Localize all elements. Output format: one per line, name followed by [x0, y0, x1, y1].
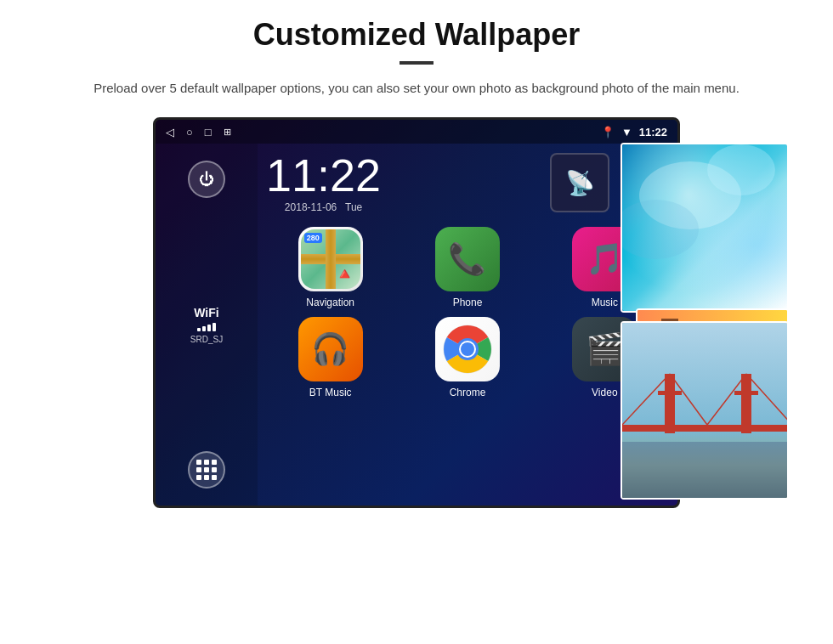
music-label: Music — [592, 297, 618, 308]
power-button[interactable]: ⏻ — [188, 161, 225, 198]
svg-point-5 — [707, 144, 775, 195]
grid-dot — [212, 467, 217, 472]
grid-dot — [196, 475, 201, 480]
grid-dot — [212, 475, 217, 480]
svg-rect-17 — [734, 391, 758, 395]
wallpaper-stack: CarSetting — [619, 143, 789, 500]
video-label: Video — [592, 387, 617, 398]
svg-rect-16 — [658, 391, 682, 395]
ice-cave-bg — [622, 144, 787, 311]
grid-dot — [204, 460, 209, 465]
bridge-scene-bg — [622, 323, 787, 498]
screen-content: ⏻ WiFi SRD_SJ — [156, 144, 677, 506]
page-subtitle: Preload over 5 default wallpaper options… — [94, 78, 740, 99]
navigation-label: Navigation — [306, 297, 354, 308]
recents-icon[interactable]: □ — [205, 126, 212, 138]
wifi-ssid: SRD_SJ — [190, 335, 223, 344]
status-bar-right: 📍 ▼ 11:22 — [601, 126, 667, 138]
car-setting-label: CarSetting — [620, 503, 789, 518]
wallpaper-bridge — [620, 321, 789, 500]
status-bar: ◁ ○ □ ⊞ 📍 ▼ 11:22 — [156, 120, 677, 144]
signal-icon: ▼ — [621, 126, 632, 138]
bt-music-label: BT Music — [309, 387, 352, 398]
list-item[interactable]: 🎧 BT Music — [266, 317, 394, 398]
phone-icon: 📞 — [448, 241, 486, 277]
wifi-label: WiFi — [190, 306, 223, 319]
apps-grid-button[interactable] — [188, 451, 225, 489]
wifi-bars — [190, 323, 223, 331]
status-bar-left: ◁ ○ □ ⊞ — [166, 126, 231, 138]
home-icon[interactable]: ○ — [186, 126, 193, 138]
clock-time: 11:22 — [266, 152, 381, 198]
nav-badge: 280 — [304, 233, 322, 243]
wallpaper-ice — [620, 143, 789, 313]
phone-label: Phone — [453, 297, 483, 308]
list-item[interactable]: 📞 Phone — [403, 227, 531, 308]
clock-date: 2018-11-06 Tue — [266, 201, 381, 213]
grid-dots — [196, 460, 217, 480]
wifi-bar-1 — [197, 328, 201, 331]
svg-point-3 — [461, 342, 474, 356]
grid-dot — [204, 467, 209, 472]
svg-rect-12 — [622, 442, 787, 498]
ice-svg — [622, 144, 787, 311]
chrome-svg — [442, 324, 493, 375]
bridge-svg — [622, 323, 787, 498]
navigation-app-icon[interactable]: 280 🔺 — [298, 227, 363, 291]
title-divider — [400, 61, 434, 65]
main-screen: 11:22 2018-11-06 Tue 📡 ⏮ — [258, 144, 677, 506]
grid-dot — [196, 460, 201, 465]
device-area: ◁ ○ □ ⊞ 📍 ▼ 11:22 ⏻ WiFi — [51, 117, 782, 508]
svg-rect-13 — [622, 425, 787, 432]
wifi-section: WiFi SRD_SJ — [190, 306, 223, 344]
grid-dot — [212, 460, 217, 465]
page-title: Customized Wallpaper — [253, 17, 581, 53]
svg-rect-15 — [741, 374, 751, 433]
nav-arrow-icon: 🔺 — [334, 263, 355, 284]
screenshot-icon[interactable]: ⊞ — [224, 127, 231, 138]
app-grid: 280 🔺 Navigation 📞 Phone — [266, 227, 669, 398]
chrome-label: Chrome — [450, 387, 486, 398]
bt-music-app-icon[interactable]: 🎧 — [298, 317, 363, 381]
phone-app-icon[interactable]: 📞 — [435, 227, 500, 291]
wifi-bar-2 — [202, 326, 206, 331]
grid-dot — [204, 475, 209, 480]
wifi-bar-4 — [212, 323, 216, 331]
svg-rect-14 — [665, 374, 675, 433]
wifi-bar-3 — [207, 325, 211, 331]
grid-dot — [196, 467, 201, 472]
bluetooth-music-icon: 🎧 — [311, 331, 349, 367]
list-item[interactable]: 280 🔺 Navigation — [266, 227, 394, 308]
android-screen: ◁ ○ □ ⊞ 📍 ▼ 11:22 ⏻ WiFi — [153, 117, 680, 508]
location-icon: 📍 — [601, 126, 615, 138]
media-box: 📡 — [550, 153, 609, 212]
back-icon[interactable]: ◁ — [166, 126, 174, 138]
status-time: 11:22 — [639, 126, 667, 138]
list-item[interactable]: Chrome — [403, 317, 531, 398]
wifi-broadcast-icon: 📡 — [565, 169, 595, 197]
left-sidebar: ⏻ WiFi SRD_SJ — [156, 144, 258, 506]
nav-icon-inner: 280 🔺 — [301, 229, 360, 289]
clock-area: 11:22 2018-11-06 Tue 📡 ⏮ — [266, 152, 669, 213]
clock-section: 11:22 2018-11-06 Tue — [266, 152, 381, 213]
chrome-app-icon[interactable] — [435, 317, 500, 381]
page: Customized Wallpaper Preload over 5 defa… — [0, 0, 833, 644]
